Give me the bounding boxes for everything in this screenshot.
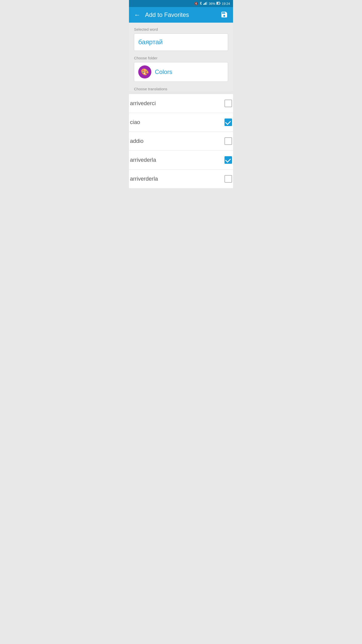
translation-text-2: ciao (130, 119, 140, 126)
checkbox-5[interactable] (224, 175, 232, 183)
mute-icon: 🔇 (194, 2, 198, 5)
selected-word-field: баяртай (134, 33, 228, 51)
content-area: Selected word баяртай Choose folder 🎨 Co… (129, 23, 233, 91)
translation-item-5[interactable]: arriverderla (129, 170, 233, 188)
selected-word-label: Selected word (134, 27, 228, 31)
svg-rect-0 (203, 4, 204, 5)
translation-text-5: arriverderla (130, 176, 158, 182)
folder-icon-circle: 🎨 (138, 65, 151, 78)
toolbar-title: Add to Favorites (145, 11, 189, 18)
toolbar: ← Add to Favorites (129, 7, 233, 23)
choose-folder-label: Choose folder (134, 56, 228, 60)
checkbox-4[interactable] (224, 156, 232, 164)
selected-word-section: Selected word баяртай (134, 27, 228, 51)
checkbox-1[interactable] (224, 100, 232, 107)
save-button[interactable] (219, 10, 229, 20)
selected-word-text: баяртай (138, 38, 163, 46)
svg-rect-1 (204, 3, 205, 5)
svg-rect-5 (220, 3, 220, 4)
toolbar-left: ← Add to Favorites (133, 11, 189, 19)
translation-text-1: arrivederci (130, 100, 156, 107)
svg-rect-2 (205, 2, 206, 5)
status-bar: 🔇 36% 19:24 (129, 0, 233, 7)
battery-text: 36% (209, 2, 215, 6)
svg-rect-3 (206, 2, 207, 5)
folder-name: Colors (155, 68, 172, 75)
signal-icon (203, 2, 207, 6)
translation-item-2[interactable]: ciao (129, 113, 233, 132)
translation-item-4[interactable]: arrivederla (129, 151, 233, 170)
choose-translations-label: Choose translations (134, 87, 228, 91)
palette-icon: 🎨 (141, 68, 149, 76)
translation-text-3: addio (130, 138, 144, 144)
checkbox-2[interactable] (224, 118, 232, 126)
status-icons: 🔇 36% 19:24 (194, 2, 230, 6)
translation-item-3[interactable]: addio (129, 132, 233, 151)
translation-item-1[interactable]: arrivederci (129, 94, 233, 113)
translation-text-4: arrivederla (130, 157, 156, 163)
folder-field[interactable]: 🎨 Colors (134, 62, 228, 82)
back-button[interactable]: ← (133, 11, 142, 19)
choose-folder-section: Choose folder 🎨 Colors (134, 56, 228, 82)
bluetooth-icon (199, 2, 202, 6)
time-text: 19:24 (222, 2, 230, 6)
translations-list: arrivederci ciao addio arrivederla arriv… (129, 94, 233, 188)
battery-icon (216, 2, 220, 6)
save-icon (220, 11, 228, 18)
checkbox-3[interactable] (224, 137, 232, 145)
